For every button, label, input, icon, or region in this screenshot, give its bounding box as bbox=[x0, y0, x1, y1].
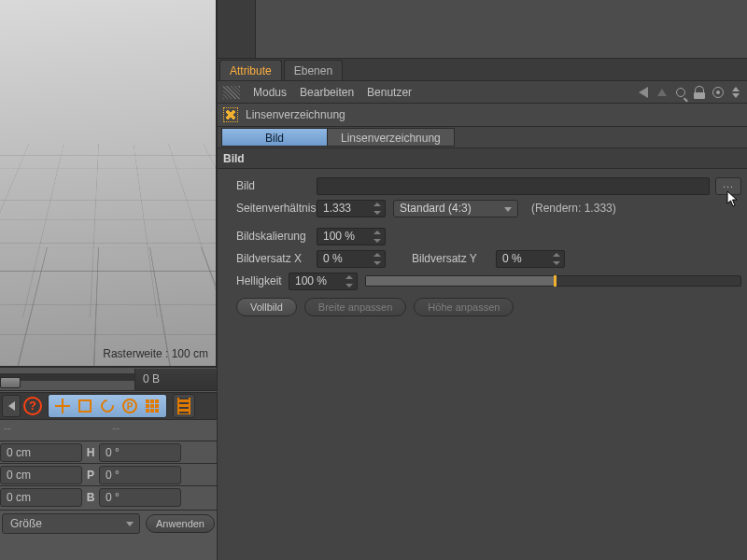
tab-attribute[interactable]: Attribute bbox=[219, 60, 282, 80]
fit-width-button[interactable]: Breite anpassen bbox=[304, 298, 407, 316]
bild-label: Bild bbox=[223, 179, 317, 192]
properties: Bild ... Seitenverhältnis 1.333 Standard… bbox=[218, 169, 747, 322]
frame-indicator[interactable]: 0 B bbox=[134, 369, 217, 390]
expand-icon[interactable] bbox=[730, 86, 743, 99]
aspect-field[interactable]: 1.333 bbox=[317, 200, 386, 217]
menu-bearbeiten[interactable]: Bearbeiten bbox=[300, 86, 354, 99]
coord-row-b: 0 cm B 0 ° bbox=[0, 485, 217, 508]
move-tool[interactable] bbox=[52, 396, 73, 416]
rot-p-field[interactable]: 0 ° bbox=[99, 466, 181, 484]
vollbild-button[interactable]: Vollbild bbox=[236, 298, 297, 316]
attribute-menu: Modus Bearbeiten Benutzer bbox=[218, 81, 747, 104]
fit-height-button[interactable]: Höhe anpassen bbox=[414, 298, 514, 316]
drag-grip-icon[interactable] bbox=[223, 86, 240, 99]
transform-palette: P bbox=[48, 394, 167, 418]
subtab-bild[interactable]: Bild bbox=[221, 128, 328, 147]
film-icon bbox=[177, 398, 190, 414]
apply-button[interactable]: Anwenden bbox=[146, 514, 215, 533]
object-title: Linsenverzeichnung bbox=[246, 108, 345, 121]
bild-path-field[interactable] bbox=[317, 177, 710, 195]
slider-handle[interactable] bbox=[554, 275, 557, 287]
section-heading: Bild bbox=[218, 148, 747, 169]
aspect-label: Seitenverhältnis bbox=[223, 202, 317, 215]
axis-p-label: P bbox=[82, 469, 99, 482]
chevron-down-icon bbox=[504, 207, 512, 212]
offset-y-field[interactable]: 0 % bbox=[496, 250, 565, 268]
panel-tabs: Attribute Ebenen bbox=[218, 59, 747, 81]
nav-up-icon[interactable] bbox=[655, 86, 669, 99]
apply-row: Größe Anwenden bbox=[0, 510, 217, 536]
brightness-slider[interactable] bbox=[365, 275, 741, 287]
coord-row-p: 0 cm P 0 ° bbox=[0, 463, 217, 485]
brightness-label: Helligkeit bbox=[223, 274, 289, 287]
nav-back-icon[interactable] bbox=[637, 86, 650, 99]
offset-y-label: Bildversatz Y bbox=[412, 252, 496, 265]
axis-h-label: H bbox=[82, 446, 99, 459]
search-icon[interactable] bbox=[674, 86, 687, 99]
render-button[interactable] bbox=[173, 394, 195, 418]
coord-row-h: 0 cm H 0 ° bbox=[0, 441, 217, 463]
brightness-field[interactable]: 100 % bbox=[289, 273, 358, 290]
menu-benutzer[interactable]: Benutzer bbox=[367, 86, 412, 99]
aspect-preset-dropdown[interactable]: Standard (4:3) bbox=[393, 200, 518, 217]
timeline-handle[interactable] bbox=[0, 377, 21, 388]
target-icon[interactable] bbox=[712, 86, 725, 99]
toolbar: ? P bbox=[0, 392, 217, 420]
offset-x-label: Bildversatz X bbox=[223, 252, 317, 265]
history-back-button[interactable] bbox=[2, 395, 21, 417]
render-aspect-label: (Rendern: 1.333) bbox=[531, 202, 616, 215]
viewport-3d[interactable]: Rasterweite : 100 cm bbox=[0, 0, 217, 367]
section-tabs: Bild Linsenverzeichnung bbox=[218, 126, 747, 148]
rotate-tool[interactable] bbox=[97, 396, 118, 416]
help-icon[interactable]: ? bbox=[23, 397, 42, 415]
attribute-panel: Attribute Ebenen Modus Bearbeiten Benutz… bbox=[217, 0, 747, 560]
grid-spacing-label: Rasterweite : 100 cm bbox=[103, 347, 208, 360]
coord-placeholder-row: -- -- bbox=[0, 422, 217, 439]
size-mode-dropdown[interactable]: Größe bbox=[2, 513, 140, 534]
lens-distortion-icon bbox=[223, 107, 238, 122]
scale-tool[interactable] bbox=[75, 396, 95, 416]
subtab-linsenverzeichnung[interactable]: Linsenverzeichnung bbox=[328, 128, 455, 147]
pos-y-field[interactable]: 0 cm bbox=[0, 466, 82, 484]
fit-buttons: Vollbild Breite anpassen Höhe anpassen bbox=[223, 298, 741, 316]
tab-ebenen[interactable]: Ebenen bbox=[284, 60, 343, 80]
bild-browse-button[interactable]: ... bbox=[715, 177, 741, 195]
axis-b-label: B bbox=[82, 491, 99, 504]
parent-tool[interactable]: P bbox=[120, 396, 140, 416]
snap-grid-tool[interactable] bbox=[142, 396, 162, 416]
menu-modus[interactable]: Modus bbox=[253, 86, 287, 99]
scale-label: Bildskalierung bbox=[223, 230, 317, 243]
rot-h-field[interactable]: 0 ° bbox=[99, 443, 181, 462]
object-header: Linsenverzeichnung bbox=[218, 104, 747, 126]
scale-field[interactable]: 100 % bbox=[317, 228, 386, 245]
pos-x-field[interactable]: 0 cm bbox=[0, 443, 82, 462]
rot-b-field[interactable]: 0 ° bbox=[99, 488, 181, 507]
offset-x-field[interactable]: 0 % bbox=[317, 250, 386, 268]
pos-z-field[interactable]: 0 cm bbox=[0, 488, 82, 507]
lock-icon[interactable] bbox=[693, 86, 706, 99]
